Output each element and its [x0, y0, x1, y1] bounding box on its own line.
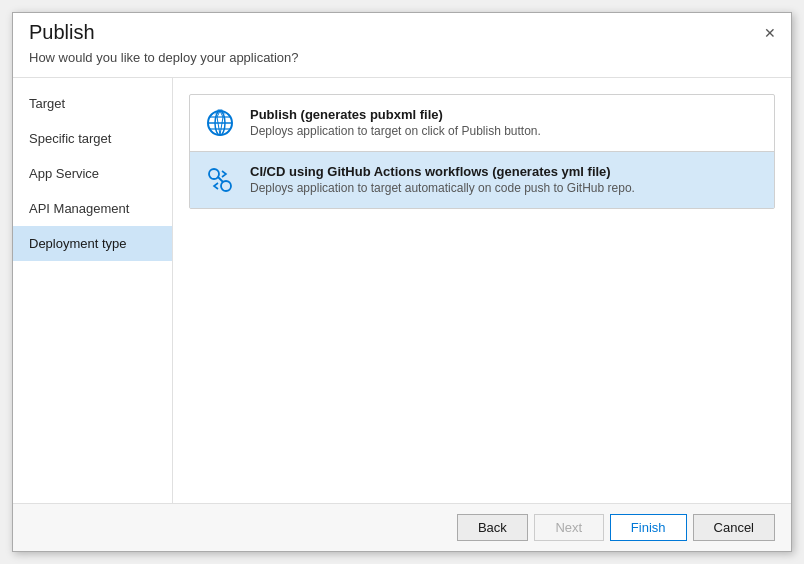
- option-cicd[interactable]: CI/CD using GitHub Actions workflows (ge…: [190, 152, 774, 208]
- option-publish-text: Publish (generates pubxml file) Deploys …: [250, 107, 541, 138]
- dialog-title: Publish: [29, 21, 95, 44]
- option-cicd-desc: Deploys application to target automatica…: [250, 181, 635, 195]
- sidebar-item-api-management[interactable]: API Management: [13, 191, 172, 226]
- publish-icon: [204, 107, 236, 139]
- options-container: Publish (generates pubxml file) Deploys …: [189, 94, 775, 209]
- back-button[interactable]: Back: [457, 514, 528, 541]
- sidebar: Target Specific target App Service API M…: [13, 78, 173, 503]
- option-cicd-text: CI/CD using GitHub Actions workflows (ge…: [250, 164, 635, 195]
- close-button[interactable]: ✕: [761, 24, 779, 42]
- cancel-button[interactable]: Cancel: [693, 514, 775, 541]
- option-publish-title: Publish (generates pubxml file): [250, 107, 541, 122]
- next-button[interactable]: Next: [534, 514, 604, 541]
- sidebar-item-specific-target[interactable]: Specific target: [13, 121, 172, 156]
- finish-button[interactable]: Finish: [610, 514, 687, 541]
- option-cicd-title: CI/CD using GitHub Actions workflows (ge…: [250, 164, 635, 179]
- title-bar: Publish ✕: [13, 13, 791, 48]
- publish-dialog: Publish ✕ How would you like to deploy y…: [12, 12, 792, 552]
- dialog-subtitle: How would you like to deploy your applic…: [13, 48, 791, 77]
- sidebar-item-deployment-type[interactable]: Deployment type: [13, 226, 172, 261]
- sidebar-item-app-service[interactable]: App Service: [13, 156, 172, 191]
- svg-line-8: [218, 177, 223, 182]
- cicd-icon: [204, 164, 236, 196]
- sidebar-item-target[interactable]: Target: [13, 86, 172, 121]
- option-publish-desc: Deploys application to target on click o…: [250, 124, 541, 138]
- option-publish[interactable]: Publish (generates pubxml file) Deploys …: [190, 95, 774, 151]
- content-area: Publish (generates pubxml file) Deploys …: [173, 78, 791, 503]
- main-area: Target Specific target App Service API M…: [13, 77, 791, 503]
- footer: Back Next Finish Cancel: [13, 503, 791, 551]
